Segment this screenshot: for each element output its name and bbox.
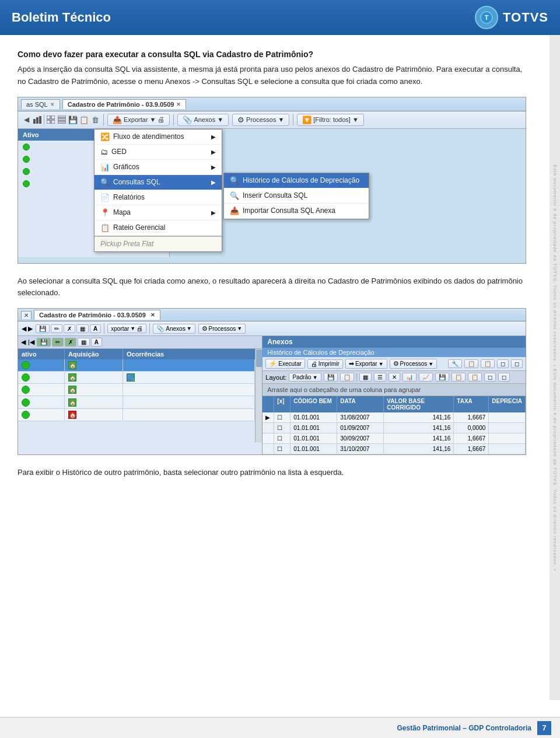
s2r-export-btn[interactable]: ➡ Exportar ▼ [345,359,387,369]
titlebar1: as SQL ✕ Cadastro de Patrimônio - 03.9.0… [18,97,526,111]
submenu-historico[interactable]: 🔍 Histórico de Cálculos de Depreciação [224,173,369,188]
dot-1 [22,361,30,369]
sep-s2 [104,323,104,334]
s2-left-row-4[interactable]: 🏠 [18,396,255,408]
s2l-edit[interactable]: ✏ [52,338,64,347]
export-button[interactable]: 📤 Exportar ▼ 🖨 [107,114,170,126]
s2-col-aquisicao: Aquisição [65,349,123,359]
s2-data-row-1[interactable]: ▶ ☐ 01.01.001 31/08/2007 141,16 1,6667 [262,412,526,423]
s2-left-row-5[interactable]: 🏠 [18,409,255,421]
s2-right-panel: Anexos Histórico de Cálculos de Deprecia… [262,336,526,454]
s2-cell-tax1: 1,6667 [454,412,489,422]
svg-rect-3 [36,117,38,124]
s2r-icon4[interactable]: ◻ [497,359,509,368]
submenu-importar[interactable]: 📥 Importar Consulta SQL Anexa [224,204,369,219]
scrollbar-thumb[interactable] [256,349,262,367]
layout-grid2[interactable]: ☰ [374,373,386,382]
s2-anexos-btn[interactable]: 📎 Anexos ▼ [153,324,195,334]
s2-edit-btn[interactable]: ✏ [51,324,62,333]
s2-right-subtitle: Histórico de Cálculos de Depreciação [262,348,526,357]
layout-padrão[interactable]: Padrão ▼ [289,373,321,382]
submenu-inserir[interactable]: 🔍 Inserir Consulta SQL [224,188,369,204]
s2-left-icon1[interactable]: ◀ [21,338,26,346]
s2-cell-x3: ☐ [274,433,290,443]
s2r-icon1[interactable]: 🔧 [448,359,462,368]
save-icon[interactable]: 💾 [68,115,78,124]
s2-grid-btn[interactable]: ▦ [76,324,89,333]
menu-item-consultas[interactable]: 🔍 Consultas SQL ▶ [94,175,222,190]
s2-left-toolbar: ◀ |◀ 💾 ✏ ✗ ▦ A [18,336,262,349]
s2-save-btn[interactable]: 💾 [36,324,50,333]
s2-cell-date2: 01/09/2007 [337,423,384,433]
s2-tab-label: Cadastro de Patrimônio - 03.9.0509 [39,312,146,319]
tab-cadastro[interactable]: Cadastro de Patrimônio - 03.9.0509 ✕ [62,99,187,109]
s2-left-icon2[interactable]: |◀ [28,338,34,346]
scrollbar-left[interactable] [255,349,262,442]
s2-tab-icon[interactable]: ✕ [21,311,32,319]
layout-grid1[interactable]: ▦ [359,373,372,382]
s2l-save[interactable]: 💾 [37,338,51,347]
s2-cell-dot1 [18,359,65,371]
s2r-execute-btn[interactable]: ⚡ Executar [265,359,304,369]
layout-icon2[interactable]: 📋 [340,373,354,382]
s2r-icon5[interactable]: ◻ [511,359,523,368]
layout-chart2[interactable]: 📈 [419,373,433,382]
s2-cell-date1: 31/08/2007 [337,412,384,422]
layout-save[interactable]: 💾 [324,373,338,382]
menu-item-ged[interactable]: 🗂 GED ▶ [94,145,222,160]
s2-left-row-3[interactable]: 🏠 [18,384,255,396]
grid-icon1[interactable] [46,115,55,124]
menu-item-fluxo[interactable]: 🔀 Fluxo de atendimentos ▶ [94,130,222,145]
layout-max[interactable]: ◻ [498,373,510,382]
s2-left-row-2[interactable]: 🏠 📎 [18,372,255,384]
s2-back-icon[interactable]: ◀ [22,325,26,333]
menu-item-mapa[interactable]: 📍 Mapa ▶ [94,205,222,221]
s2r-icon2[interactable]: 📋 [464,359,478,368]
s2-data-row-3[interactable]: ☐ 01.01.001 30/09/2007 141,16 1,6667 [262,433,526,444]
s2-data-row-4[interactable]: ☐ 01.01.001 31/10/2007 141,16 1,6667 [262,444,526,454]
layout-chart[interactable]: 📊 [402,373,416,382]
arrow-consultas: ▶ [211,179,216,186]
chart-icon[interactable] [33,115,42,124]
s2l-del[interactable]: ✗ [65,338,76,347]
delete-icon[interactable]: 🗑 [90,115,100,124]
section3-text: Para exibir o Histórico de outro patrimô… [18,467,526,479]
s2-cell-acq4: 🏠 [65,396,123,408]
filtro-icon: 🔽 [302,116,312,124]
processos-button[interactable]: ⚙ Processos ▼ [232,114,289,126]
copy-icon[interactable]: 📋 [79,115,89,124]
s2-a-btn[interactable]: A [90,324,101,333]
tab-sql-close[interactable]: ✕ [50,102,55,107]
back-icon[interactable]: ◀ [22,115,31,124]
anexos-button[interactable]: 📎 Anexos ▼ [177,114,229,126]
layout-min[interactable]: ◻ [484,373,496,382]
grid-icon2[interactable] [57,115,66,124]
s2-del-btn[interactable]: ✗ [64,324,75,333]
s2l-grid[interactable]: ▦ [78,338,90,347]
layout-grid3[interactable]: ✕ [388,373,400,382]
inserir-icon: 🔍 [230,191,239,200]
menu-item-rateio[interactable]: 📋 Rateio Gerencial [94,221,222,236]
layout-save2[interactable]: 💾 [435,373,449,382]
filtro-button[interactable]: 🔽 [Filtro: todos] ▼ [297,114,363,126]
toolbar1: ◀ 💾 📋 🗑 📤 Exportar ▼ [18,111,526,129]
main-content: Como devo fazer para executar a consulta… [0,35,550,499]
tab-sql[interactable]: as SQL ✕ [21,99,60,109]
menu-item-relatorios[interactable]: 📄 Relatórios [94,190,222,205]
s2r-icon3[interactable]: 📋 [481,359,495,368]
filtro-arrow: ▼ [352,116,359,123]
s2r-proc-btn[interactable]: ⚙ Processos ▼ [390,359,438,369]
s2-tab-main[interactable]: Cadastro de Patrimônio - 03.9.0509 ✕ [34,310,160,320]
tab-cadastro-close[interactable]: ✕ [176,102,181,107]
layout-copy2[interactable]: 📋 [452,373,466,382]
s2r-print-btn[interactable]: 🖨 Imprimir [307,359,343,369]
s2l-a[interactable]: A [91,338,102,347]
s2-left-row-1[interactable]: 🏠 [18,359,255,372]
s2-processos-btn[interactable]: ⚙ Processos ▼ [198,324,246,334]
s2-export-btn[interactable]: xportar ▼ 🖨 [107,324,146,333]
layout-icon3[interactable]: 📋 [468,373,482,382]
s2-forward-icon[interactable]: ▶ [28,325,33,333]
s2-tab-close[interactable]: ✕ [150,312,155,318]
menu-item-graficos[interactable]: 📊 Gráficos ▶ [94,160,222,175]
s2-data-row-2[interactable]: ☐ 01.01.001 01/09/2007 141,16 0,0000 [262,423,526,433]
